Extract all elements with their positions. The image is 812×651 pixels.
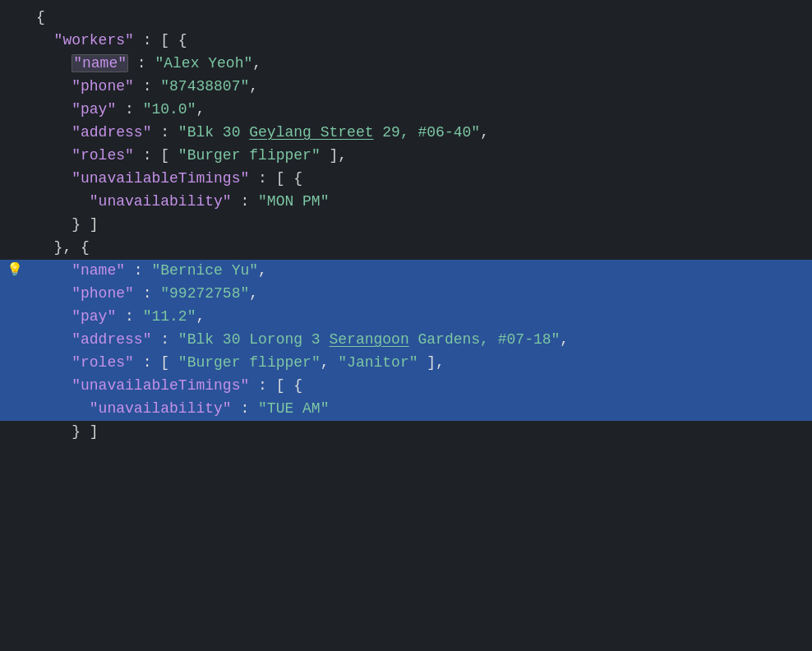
line-gutter <box>0 30 30 30</box>
line-gutter <box>0 53 30 53</box>
token: 29, #06-40" <box>374 124 481 141</box>
token <box>36 170 72 187</box>
token: "pay" <box>72 101 116 118</box>
token: "Janitor" <box>338 354 418 371</box>
token: : <box>128 55 155 72</box>
token <box>36 308 72 325</box>
token: : <box>151 331 178 348</box>
code-line: "workers" : [ { <box>0 30 812 53</box>
code-line: { <box>0 7 812 30</box>
token <box>36 377 72 394</box>
token <box>36 331 72 348</box>
line-content: "unavailability" : "TUE AM" <box>30 398 812 421</box>
token: : [ { <box>134 32 187 48</box>
token <box>36 193 90 210</box>
line-gutter <box>0 145 30 145</box>
token: : [ { <box>249 170 302 187</box>
line-content: } ] <box>30 421 812 444</box>
line-content: "workers" : [ { <box>30 30 812 53</box>
token: Gardens, #07-18" <box>409 331 561 348</box>
token <box>36 423 72 440</box>
line-gutter <box>0 352 30 353</box>
token: "address" <box>72 331 151 348</box>
code-line: "phone" : "87438807", <box>0 76 812 99</box>
line-gutter <box>0 191 30 192</box>
line-gutter: 💡 <box>0 260 30 281</box>
line-gutter <box>0 283 30 284</box>
token <box>36 262 72 279</box>
code-line: "address" : "Blk 30 Geylang Street 29, #… <box>0 122 812 145</box>
line-content: "phone" : "87438807", <box>30 76 812 99</box>
token: "address" <box>72 124 151 141</box>
line-content: }, { <box>30 237 812 260</box>
token: "10.0" <box>143 101 196 118</box>
token: , <box>252 55 261 72</box>
token: , <box>196 308 205 325</box>
token: "Blk 30 <box>178 124 249 141</box>
token: "MON PM" <box>258 193 329 210</box>
line-content: "unavailableTimings" : [ { <box>30 375 812 398</box>
line-content: "phone" : "99272758", <box>30 283 812 306</box>
token: "Alex Yeoh" <box>155 55 252 72</box>
token: "unavailableTimings" <box>72 170 249 187</box>
line-gutter <box>0 237 30 238</box>
token: }, { <box>54 239 90 256</box>
token <box>36 239 54 256</box>
token <box>36 55 72 72</box>
token <box>36 101 72 118</box>
line-content: } ] <box>30 214 812 237</box>
line-gutter <box>0 76 30 76</box>
token: , <box>196 101 205 118</box>
token-underlined: Geylang Street <box>249 124 373 141</box>
token <box>36 285 72 302</box>
token <box>36 147 72 164</box>
token: : <box>232 193 258 210</box>
token: "Blk 30 Lorong 3 <box>178 331 330 348</box>
code-line: "phone" : "99272758", <box>0 283 812 306</box>
line-gutter <box>0 122 30 122</box>
token: "unavailability" <box>90 193 232 210</box>
token: "name" <box>72 262 125 279</box>
token: ], <box>418 354 445 371</box>
token: "Burger flipper" <box>178 147 321 164</box>
token: "roles" <box>72 354 134 371</box>
token: "phone" <box>72 285 134 302</box>
line-content: "address" : "Blk 30 Lorong 3 Serangoon G… <box>30 329 812 352</box>
token: : [ <box>134 354 178 371</box>
token: : <box>125 262 151 279</box>
token: "pay" <box>72 308 116 325</box>
token: : <box>116 101 142 118</box>
code-line: "roles" : [ "Burger flipper" ], <box>0 145 812 168</box>
line-gutter <box>0 329 30 330</box>
code-editor: { "workers" : [ { "name" : "Alex Yeoh", … <box>0 0 812 651</box>
code-line: "unavailableTimings" : [ { <box>0 375 812 398</box>
token <box>36 216 72 233</box>
line-content: { <box>30 7 812 30</box>
line-gutter <box>0 375 30 376</box>
token: : <box>134 78 160 95</box>
code-line: "unavailability" : "MON PM" <box>0 191 812 214</box>
token: "Bernice Yu" <box>151 262 258 279</box>
token: "87438807" <box>160 78 249 95</box>
line-gutter <box>0 306 30 307</box>
token: , <box>258 262 267 279</box>
line-gutter <box>0 214 30 215</box>
line-gutter <box>0 7 30 7</box>
token: } ] <box>72 216 98 233</box>
token: : [ <box>134 147 178 164</box>
token: : <box>116 308 142 325</box>
code-line: 💡 "name" : "Bernice Yu", <box>0 260 812 283</box>
line-gutter <box>0 398 30 399</box>
token: , <box>249 285 258 302</box>
token <box>36 32 54 48</box>
token: : [ { <box>249 377 302 394</box>
line-content: "address" : "Blk 30 Geylang Street 29, #… <box>30 122 812 145</box>
token: "unavailability" <box>90 400 232 417</box>
code-line: "roles" : [ "Burger flipper", "Janitor" … <box>0 352 812 375</box>
line-content: "name" : "Bernice Yu", <box>30 260 812 283</box>
line-content: "name" : "Alex Yeoh", <box>30 53 812 76</box>
token <box>36 78 72 95</box>
token: "phone" <box>72 78 134 95</box>
line-content: "unavailableTimings" : [ { <box>30 168 812 191</box>
code-line: "address" : "Blk 30 Lorong 3 Serangoon G… <box>0 329 812 352</box>
